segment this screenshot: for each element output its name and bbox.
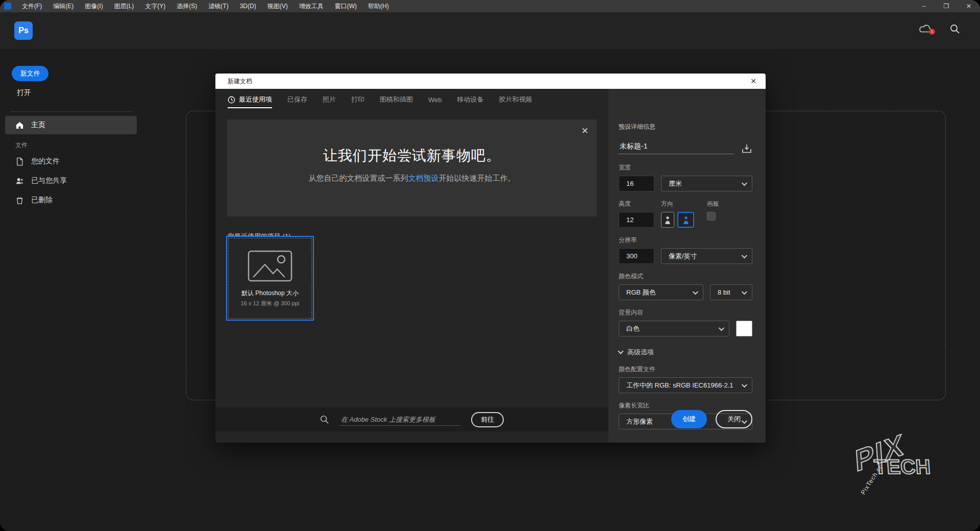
orientation-label: 方向	[661, 200, 707, 208]
resolution-input[interactable]	[619, 248, 654, 264]
new-file-button[interactable]: 新文件	[12, 66, 48, 81]
unit-select[interactable]: 厘米	[661, 176, 752, 191]
window-restore-button[interactable]: ❐	[935, 0, 958, 12]
background-contents-select[interactable]: 白色	[619, 321, 729, 336]
sidebar-item-label: 已与您共享	[31, 176, 67, 185]
background-contents-label: 背景内容	[619, 308, 752, 317]
search-icon[interactable]	[950, 24, 960, 34]
portrait-person-icon	[664, 215, 671, 225]
open-button[interactable]: 打开	[17, 88, 31, 98]
document-presets-link[interactable]: 文档预设	[408, 174, 439, 182]
color-mode-label: 颜色模式	[619, 272, 752, 281]
chevron-down-icon	[742, 288, 747, 294]
sidebar-item-home[interactable]: 主页	[5, 116, 137, 134]
app-header: Ps 1	[0, 12, 980, 49]
tab-recent[interactable]: 最近使用项	[228, 89, 272, 110]
dialog-title: 新建文档	[215, 77, 252, 86]
image-placeholder-icon	[248, 250, 292, 282]
tab-film-video[interactable]: 胶片和视频	[499, 89, 532, 110]
menu-image[interactable]: 图像(I)	[79, 0, 108, 12]
banner-close-button[interactable]: ✕	[581, 126, 589, 136]
color-profile-select[interactable]: 工作中的 RGB: sRGB IEC61966-2.1	[619, 377, 752, 393]
window-close-button[interactable]: ✕	[958, 0, 980, 12]
preset-details-heading: 预设详细信息	[619, 123, 752, 131]
window-minimize-button[interactable]: –	[913, 0, 935, 12]
dialog-main-area: 最近使用项 已保存 照片 打印 图稿和插图 Web 移动设备 胶片和视频 ✕ 让…	[215, 89, 608, 443]
create-button[interactable]: 创建	[671, 410, 707, 428]
watermark-text: TECH	[873, 455, 956, 478]
menu-layer[interactable]: 图层(L)	[109, 0, 140, 12]
os-titlebar: 文件(F) 编辑(E) 图像(I) 图层(L) 文字(Y) 选择(S) 滤镜(T…	[0, 0, 980, 12]
adobe-stock-search-bar: 前往	[215, 407, 608, 431]
save-preset-icon[interactable]	[741, 143, 752, 154]
menu-plugins[interactable]: 增效工具	[293, 0, 329, 12]
resolution-unit-select[interactable]: 像素/英寸	[661, 248, 752, 264]
menu-3d[interactable]: 3D(D)	[234, 0, 262, 12]
advanced-options-toggle[interactable]: 高级选项	[619, 348, 752, 357]
color-mode-value: RGB 颜色	[626, 288, 688, 297]
tab-saved[interactable]: 已保存	[287, 89, 307, 110]
tab-mobile[interactable]: 移动设备	[457, 89, 484, 110]
artboard-checkbox[interactable]	[707, 212, 716, 221]
unit-select-value: 厘米	[669, 179, 737, 188]
sidebar-item-deleted[interactable]: 已删除	[5, 191, 137, 209]
search-icon	[320, 415, 329, 424]
resolution-label: 分辨率	[619, 236, 752, 245]
chevron-down-icon	[742, 180, 747, 185]
tab-photo[interactable]: 照片	[323, 89, 336, 110]
menu-view[interactable]: 视图(V)	[262, 0, 293, 12]
bit-depth-value: 8 bit	[718, 288, 737, 296]
sidebar-item-your-files[interactable]: 您的文件	[5, 153, 137, 170]
cloud-sync-button[interactable]: 1	[918, 23, 933, 34]
menu-file[interactable]: 文件(F)	[16, 0, 47, 12]
height-label: 高度	[619, 200, 661, 208]
recent-preset-card[interactable]: 默认 Photoshop 大小 16 x 12 厘米 @ 300 ppi	[226, 236, 314, 321]
width-label: 宽度	[619, 163, 752, 172]
document-name-input[interactable]	[619, 141, 734, 154]
photoshop-window: 文件(F) 编辑(E) 图像(I) 图层(L) 文字(Y) 选择(S) 滤镜(T…	[0, 0, 980, 531]
preset-card-dimensions: 16 x 12 厘米 @ 300 ppi	[227, 300, 313, 307]
promo-banner: ✕ 让我们开始尝试新事物吧。 从您自己的文档设置或一系列文档预设开始以快速开始工…	[227, 119, 597, 216]
tab-web[interactable]: Web	[428, 89, 442, 110]
stock-search-input[interactable]	[340, 414, 460, 426]
height-input[interactable]	[619, 212, 654, 228]
banner-subtitle: 从您自己的文档设置或一系列文档预设开始以快速开始工作。	[227, 174, 597, 183]
banner-subtitle-text: 开始以快速开始工作。	[439, 174, 516, 182]
width-input[interactable]	[619, 176, 654, 191]
photoshop-logo: Ps	[14, 21, 33, 40]
dialog-titlebar: 新建文档 ✕	[215, 74, 766, 89]
color-profile-label: 颜色配置文件	[619, 365, 752, 374]
stock-go-button[interactable]: 前往	[471, 412, 504, 427]
landscape-person-icon	[682, 215, 690, 225]
preset-details-panel: 预设详细信息 宽度 厘米	[608, 89, 766, 443]
dialog-close-button[interactable]: ✕	[741, 77, 766, 85]
chevron-down-icon	[618, 348, 623, 354]
clock-icon	[228, 96, 235, 104]
menu-help[interactable]: 帮助(H)	[362, 0, 395, 12]
tab-label: Web	[428, 96, 442, 104]
orientation-portrait-button[interactable]	[661, 212, 674, 228]
menu-window[interactable]: 窗口(W)	[329, 0, 362, 12]
color-mode-select[interactable]: RGB 颜色	[619, 284, 703, 300]
color-profile-value: 工作中的 RGB: sRGB IEC61966-2.1	[626, 381, 737, 390]
menu-select[interactable]: 选择(S)	[171, 0, 203, 12]
tab-label: 已保存	[287, 95, 307, 104]
tab-art-illustration[interactable]: 图稿和插图	[380, 89, 413, 110]
menu-type[interactable]: 文字(Y)	[139, 0, 171, 12]
trash-icon	[15, 196, 24, 205]
people-icon	[15, 177, 24, 185]
background-color-swatch[interactable]	[736, 321, 752, 336]
bit-depth-select[interactable]: 8 bit	[710, 284, 752, 300]
close-button[interactable]: 关闭	[716, 410, 752, 428]
tab-print[interactable]: 打印	[351, 89, 364, 110]
banner-subtitle-text: 从您自己的文档设置或一系列	[309, 174, 408, 182]
orientation-landscape-button[interactable]	[677, 212, 694, 228]
sidebar-item-label: 您的文件	[31, 157, 60, 166]
tab-label: 胶片和视频	[499, 95, 532, 104]
menu-filter[interactable]: 滤镜(T)	[203, 0, 234, 12]
sidebar-item-shared-with-you[interactable]: 已与您共享	[5, 172, 137, 189]
home-sidebar: 新文件 打开 主页 文件 您的文件	[0, 49, 145, 531]
menu-edit[interactable]: 编辑(E)	[47, 0, 79, 12]
tab-label: 移动设备	[457, 95, 484, 104]
pixel-aspect-label: 像素长宽比	[619, 401, 752, 410]
